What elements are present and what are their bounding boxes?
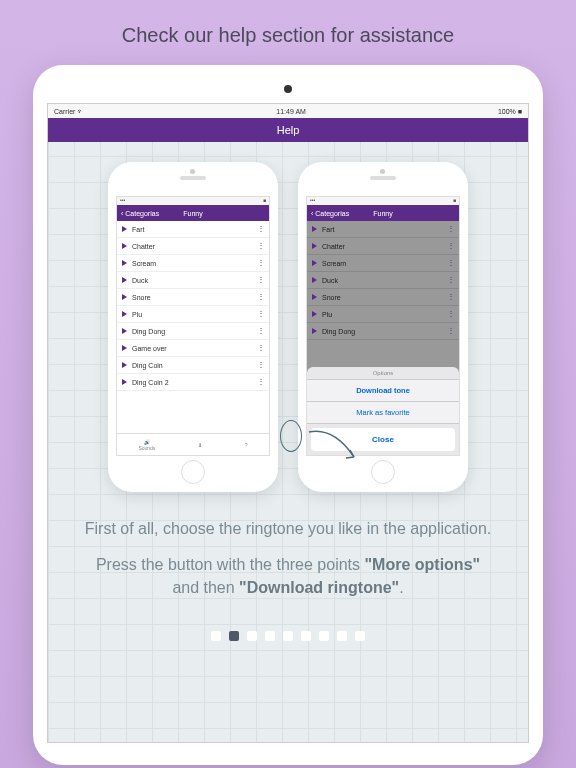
more-icon[interactable]: ⋮ [257,346,264,350]
more-icon[interactable]: ⋮ [447,261,454,265]
page-dot[interactable] [211,631,221,641]
tablet-camera [284,85,292,93]
phone-tab-bar: 🔊Sounds ⬇ ? [117,433,269,455]
play-icon [312,226,317,232]
page-heading: Check our help section for assistance [122,0,454,65]
more-icon[interactable]: ⋮ [447,312,454,316]
more-icon[interactable]: ⋮ [257,244,264,248]
phone-nav-title: Funny [183,210,202,217]
list-item[interactable]: Duck⋮ [307,272,459,289]
status-time: 11:49 AM [276,108,306,115]
status-carrier: Carrier ᯤ [54,108,84,115]
play-icon [312,328,317,334]
list-item[interactable]: Plu⋮ [117,306,269,323]
help-content: •••■ ‹ Categorias Funny Fart⋮Chatter⋮Scr… [48,142,528,742]
list-item[interactable]: Plu⋮ [307,306,459,323]
more-icon[interactable]: ⋮ [447,295,454,299]
list-item[interactable]: Duck⋮ [117,272,269,289]
ringtone-name: Game over [132,345,167,352]
list-item[interactable]: Ding Coin⋮ [117,357,269,374]
page-dot[interactable] [247,631,257,641]
more-icon[interactable]: ⋮ [447,278,454,282]
phone-nav-title: Funny [373,210,392,217]
more-icon[interactable]: ⋮ [257,278,264,282]
ringtone-name: Fart [132,226,144,233]
back-button[interactable]: ‹ Categorias [311,210,349,217]
more-icon[interactable]: ⋮ [447,244,454,248]
list-item[interactable]: Snore⋮ [307,289,459,306]
play-icon [312,277,317,283]
phone-status-bar: •••■ [117,197,269,205]
tab-sounds[interactable]: 🔊Sounds [138,439,155,451]
ringtone-list-dimmed: Fart⋮Chatter⋮Scream⋮Duck⋮Snore⋮Plu⋮Ding … [307,221,459,455]
play-icon [122,243,127,249]
ringtone-name: Scream [322,260,346,267]
more-icon[interactable]: ⋮ [257,261,264,265]
page-dot[interactable] [337,631,347,641]
download-tone-button[interactable]: Download tone [307,380,459,402]
play-icon [122,277,127,283]
phone-status-bar: •••■ [307,197,459,205]
phone-navbar: ‹ Categorias Funny [307,205,459,221]
back-button[interactable]: ‹ Categorias [121,210,159,217]
more-icon[interactable]: ⋮ [447,227,454,231]
ringtone-name: Ding Dong [132,328,165,335]
play-icon [312,311,317,317]
highlight-circle [280,420,302,452]
tablet-screen: Carrier ᯤ 11:49 AM 100% ■ Help •••■ ‹ Ca… [47,103,529,743]
more-icon[interactable]: ⋮ [257,380,264,384]
page-dot[interactable] [283,631,293,641]
phone-screen-left: •••■ ‹ Categorias Funny Fart⋮Chatter⋮Scr… [116,196,270,456]
ringtone-name: Ding Coin 2 [132,379,169,386]
more-icon[interactable]: ⋮ [257,295,264,299]
play-icon [122,294,127,300]
list-item[interactable]: Ding Coin 2⋮ [117,374,269,391]
tablet-status-bar: Carrier ᯤ 11:49 AM 100% ■ [48,104,528,118]
play-icon [122,311,127,317]
ringtone-name: Chatter [132,243,155,250]
home-button[interactable] [371,460,395,484]
more-icon[interactable]: ⋮ [257,227,264,231]
play-icon [312,294,317,300]
mark-favorite-button[interactable]: Mark as favorite [307,402,459,424]
more-icon[interactable]: ⋮ [447,329,454,333]
list-item[interactable]: Scream⋮ [117,255,269,272]
page-dot[interactable] [265,631,275,641]
more-icon[interactable]: ⋮ [257,363,264,367]
page-dot[interactable] [301,631,311,641]
more-icon[interactable]: ⋮ [257,312,264,316]
page-dot[interactable] [229,631,239,641]
phone-speaker [180,176,206,180]
play-icon [312,260,317,266]
ringtone-name: Fart [322,226,334,233]
ringtone-name: Snore [132,294,151,301]
ringtone-list: Fart⋮Chatter⋮Scream⋮Duck⋮Snore⋮Plu⋮Ding … [117,221,269,433]
list-item[interactable]: Chatter⋮ [307,238,459,255]
ringtone-name: Plu [132,311,142,318]
more-icon[interactable]: ⋮ [257,329,264,333]
page-dot[interactable] [319,631,329,641]
ringtone-name: Scream [132,260,156,267]
home-button[interactable] [181,460,205,484]
play-icon [122,379,127,385]
play-icon [312,243,317,249]
ringtone-name: Duck [132,277,148,284]
arrow-icon [304,422,364,472]
instruction-line-2: Press the button with the three points "… [84,554,492,599]
list-item[interactable]: Game over⋮ [117,340,269,357]
play-icon [122,226,127,232]
list-item[interactable]: Ding Dong⋮ [117,323,269,340]
list-item[interactable]: Scream⋮ [307,255,459,272]
tablet-navbar-title: Help [48,118,528,142]
status-battery: 100% ■ [498,108,522,115]
tab-middle[interactable]: ⬇ [198,442,202,448]
list-item[interactable]: Chatter⋮ [117,238,269,255]
tab-help[interactable]: ? [245,442,248,448]
list-item[interactable]: Snore⋮ [117,289,269,306]
page-indicator[interactable] [211,613,365,659]
list-item[interactable]: Fart⋮ [117,221,269,238]
list-item[interactable]: Ding Dong⋮ [307,323,459,340]
list-item[interactable]: Fart⋮ [307,221,459,238]
page-dot[interactable] [355,631,365,641]
play-icon [122,362,127,368]
